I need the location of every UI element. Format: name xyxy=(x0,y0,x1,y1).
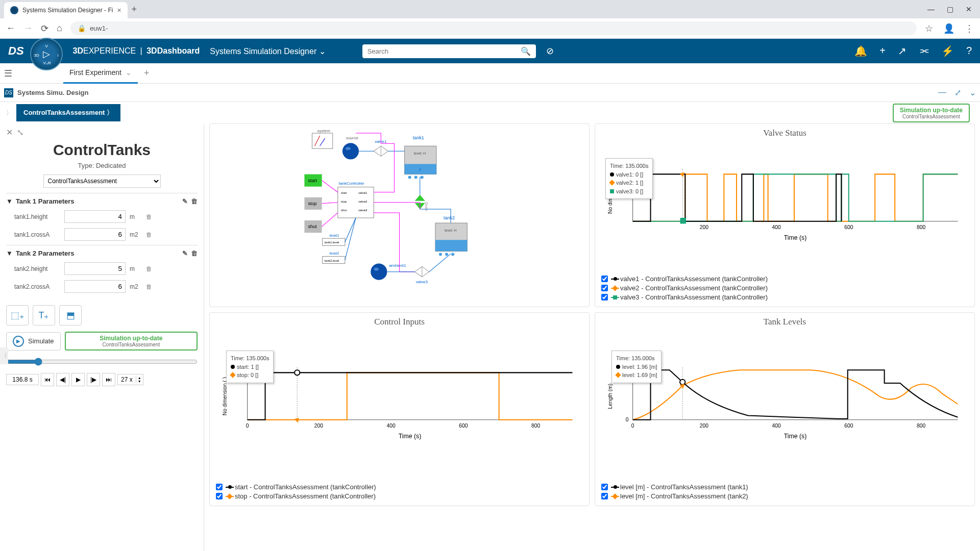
app-name[interactable]: Systems Simulation Designer ⌄ xyxy=(210,46,325,56)
speed-up-icon[interactable]: ▲ xyxy=(136,376,143,380)
tool-btn-3[interactable]: ⬒ xyxy=(59,305,82,325)
legend-label: start - ControlTanksAssessment (tankCont… xyxy=(235,483,376,491)
speed-control[interactable]: 27 x ▲▼ xyxy=(117,374,143,385)
collapse-icon[interactable]: ⤡ xyxy=(17,128,23,137)
collapse-panel-icon[interactable]: ⤢ xyxy=(954,88,961,97)
plus-icon[interactable]: + xyxy=(879,45,886,57)
skip-end-icon[interactable]: ⏭ xyxy=(102,373,115,386)
profile-icon[interactable]: 👤 xyxy=(943,23,954,34)
delete-icon[interactable]: 🗑 xyxy=(146,213,152,220)
svg-text:0: 0 xyxy=(631,423,634,429)
delete-icon[interactable]: 🗑 xyxy=(146,265,152,272)
close-icon[interactable]: × xyxy=(117,6,121,14)
svg-text:ambient1: ambient1 xyxy=(389,263,406,268)
section-header[interactable]: ▼ Tank 2 Parameters ✎🗑 xyxy=(6,249,198,257)
svg-point-13 xyxy=(408,176,411,179)
tag-icon[interactable]: ⊘ xyxy=(546,45,554,57)
svg-text:shut: shut xyxy=(341,209,347,212)
delete-icon[interactable]: 🗑 xyxy=(146,231,152,238)
experiment-tab[interactable]: First Experiment ⌄ xyxy=(63,63,138,84)
skip-start-icon[interactable]: ⏮ xyxy=(41,373,54,386)
svg-text:valve3: valve3 xyxy=(358,209,368,212)
main-area: 〈 ✕ ⤡ ControlTanks Type: Dedicated Contr… xyxy=(0,123,980,551)
section-header[interactable]: ▼ Tank 1 Parameters ✎🗑 xyxy=(6,197,198,205)
play-icon[interactable]: ▶ xyxy=(71,373,85,386)
breadcrumb-item[interactable]: ControlTanksAssessment 〉 xyxy=(16,104,120,121)
home-icon[interactable]: ⌂ xyxy=(57,23,62,34)
close-window-icon[interactable]: ✕ xyxy=(966,5,972,13)
search-input[interactable]: 🔍 xyxy=(362,44,536,58)
legend-item[interactable]: stop - ControlTanksAssessment (tankContr… xyxy=(216,492,583,500)
close-icon[interactable]: ✕ xyxy=(6,128,13,137)
menu-icon[interactable]: ⋮ xyxy=(965,23,974,34)
reload-icon[interactable]: ⟳ xyxy=(41,23,48,34)
svg-text:800: 800 xyxy=(917,423,925,429)
chart-title: Control Inputs xyxy=(216,317,583,327)
browser-tab[interactable]: Systems Simulation Designer - Fi × xyxy=(4,2,128,18)
browser-chrome: Systems Simulation Designer - Fi × + — ▢… xyxy=(0,0,980,39)
svg-point-79 xyxy=(295,370,300,375)
status-title: Simulation up-to-date xyxy=(900,107,963,114)
tooltip-v1: valve1: 0 [] xyxy=(616,170,643,179)
lock-icon: 🔒 xyxy=(78,24,86,32)
legend-item[interactable]: valve1 - ControlTanksAssessment (tankCon… xyxy=(601,275,968,283)
legend-item[interactable]: level [m] - ControlTanksAssessment (tank… xyxy=(601,492,968,500)
minimize-icon[interactable]: — xyxy=(927,5,935,13)
time-slider[interactable] xyxy=(6,358,198,366)
add-tab-button[interactable]: + xyxy=(144,68,150,79)
back-icon[interactable]: ← xyxy=(6,23,15,34)
step-forward-icon[interactable]: |▶ xyxy=(87,373,100,386)
legend-item[interactable]: start - ControlTanksAssessment (tankCont… xyxy=(216,483,583,491)
shortcut-icon[interactable]: ⚡ xyxy=(941,45,954,57)
param-input[interactable] xyxy=(64,262,126,275)
svg-line-51 xyxy=(322,203,338,204)
tool-btn-1[interactable]: ⬚₊ xyxy=(6,305,29,325)
play-icon: ▶ xyxy=(13,336,24,347)
svg-line-56 xyxy=(429,254,451,271)
new-tab-button[interactable]: + xyxy=(132,4,137,15)
forward-icon[interactable]: → xyxy=(23,23,33,34)
valve-status-chart[interactable]: 1 200 400 600 800 Time (s) No dimension xyxy=(601,140,968,271)
delete-icon[interactable]: 🗑 xyxy=(146,283,152,290)
header-actions: 🔔 + ↗ ⫘ ⚡ ? xyxy=(854,45,972,57)
step-back-icon[interactable]: ◀| xyxy=(56,373,69,386)
bell-icon[interactable]: 🔔 xyxy=(854,45,867,57)
param-input[interactable] xyxy=(64,228,126,241)
param-input[interactable] xyxy=(64,210,126,223)
tool-btn-2[interactable]: T₊ xyxy=(33,305,55,325)
help-icon[interactable]: ? xyxy=(966,45,972,57)
speed-down-icon[interactable]: ▼ xyxy=(136,380,143,383)
menu-toggle-icon[interactable]: ☰ xyxy=(4,68,12,79)
legend-item[interactable]: level [m] - ControlTanksAssessment (tank… xyxy=(601,483,968,491)
collapse-sidebar-icon[interactable]: 〈 xyxy=(0,347,8,364)
edit-icon[interactable]: ✎ xyxy=(182,197,188,205)
legend-item[interactable]: valve2 - ControlTanksAssessment (tankCon… xyxy=(601,284,968,292)
model-diagram[interactable]: system source valve1 tank1 level: H 2 st xyxy=(216,128,583,303)
star-icon[interactable]: ☆ xyxy=(925,23,933,34)
time-input[interactable] xyxy=(6,374,39,385)
legend-label: valve2 - ControlTanksAssessment (tankCon… xyxy=(620,284,768,292)
assessment-select[interactable]: ControlTanksAssessment xyxy=(43,174,161,188)
playback-controls: ⏮ ◀| ▶ |▶ ⏭ 27 x ▲▼ xyxy=(6,373,198,386)
minimize-panel-icon[interactable]: — xyxy=(938,88,946,97)
edit-icon[interactable]: ✎ xyxy=(182,249,188,257)
chevron-right-icon[interactable]: 〉 xyxy=(4,107,14,119)
param-row: tank1.crossA m2 🗑 xyxy=(14,228,198,241)
url-input[interactable]: 🔒 euw1- xyxy=(70,21,917,35)
compass-widget[interactable]: V 3D i V₊R ▷ xyxy=(30,38,63,70)
param-input[interactable] xyxy=(64,280,126,293)
network-icon[interactable]: ⫘ xyxy=(919,45,929,57)
share-icon[interactable]: ↗ xyxy=(898,45,906,57)
module-icon: DS xyxy=(4,88,13,97)
svg-point-41 xyxy=(439,253,442,256)
simulate-button[interactable]: ▶ Simulate xyxy=(6,332,61,350)
legend-label: stop - ControlTanksAssessment (tankContr… xyxy=(235,492,376,500)
delete-icon[interactable]: 🗑 xyxy=(191,249,198,257)
chevron-down-icon[interactable]: ⌄ xyxy=(126,68,132,77)
chevron-down-icon[interactable]: ⌄ xyxy=(969,88,976,97)
status-title: Simulation up-to-date xyxy=(71,335,191,342)
delete-icon[interactable]: 🗑 xyxy=(191,197,198,205)
tooltip-l2: level: 1.69 [m] xyxy=(622,371,657,380)
legend-item[interactable]: valve3 - ControlTanksAssessment (tankCon… xyxy=(601,293,968,301)
maximize-icon[interactable]: ▢ xyxy=(947,5,953,13)
